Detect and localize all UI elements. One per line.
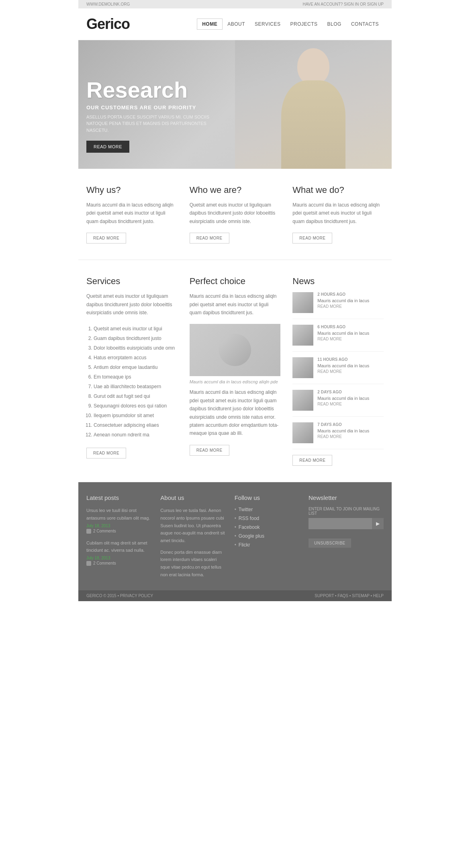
footer-about-text2: Donec porta dim enassue diarn lorem inte…: [160, 549, 226, 579]
perfect-read-more[interactable]: READ MORE: [190, 445, 229, 456]
list-item: Aenean nonum ndrerit ma: [94, 430, 178, 440]
news-item: 2 HOURS AGO Mauris accuml dia in lacus R…: [292, 292, 384, 319]
newsletter-email-input[interactable]: [309, 518, 372, 529]
news-read-link[interactable]: READ MORE: [317, 434, 369, 439]
hero-read-more-button[interactable]: READ MORE: [86, 141, 129, 153]
header: Gerico HOME ABOUT SERVICES PROJECTS BLOG…: [78, 8, 392, 40]
nav-blog[interactable]: BLOG: [323, 19, 346, 29]
follow-link-item[interactable]: Google plus: [235, 533, 300, 539]
top-bar-right: HAVE AN ACCOUNT? SIGN IN OR SIGN UP: [302, 2, 384, 6]
who-we-are-read-more[interactable]: READ MORE: [190, 233, 229, 244]
news-item: 11 HOURS AGO Mauris accuml dia in lacus …: [292, 357, 384, 384]
news-thumbnail: [292, 325, 313, 346]
news-item: 7 DAYS AGO Mauris accuml dia in lacus RE…: [292, 422, 384, 449]
follow-link-item[interactable]: RSS food: [235, 516, 300, 521]
top-bar-left: WWW.DEMOLINK.ORG: [86, 2, 130, 6]
perfect-choice-title: Perfect choice: [190, 276, 281, 287]
footer-follow-title: Follow us: [235, 494, 300, 501]
news-thumbnail: [292, 390, 313, 411]
news-content: 7 DAYS AGO Mauris accuml dia in lacus RE…: [317, 422, 369, 443]
footer-post-item: Ursus leo ve tuull ilisi orot antasums u…: [86, 507, 152, 533]
footer-post-item: Cubilam olit mag drerit sit amet tincidu…: [86, 539, 152, 566]
bottom-left: GERICO © 2015 • PRIVACY POLICY: [86, 594, 153, 598]
services-read-more[interactable]: READ MORE: [86, 448, 126, 459]
why-us-columns: Why us? Mauris accuml dia in lacus edisc…: [86, 185, 384, 244]
footer-about-title: About us: [160, 494, 226, 501]
what-we-do-title: What we do?: [292, 185, 384, 195]
logo: Gerico: [86, 16, 130, 33]
nav-about[interactable]: ABOUT: [223, 19, 250, 29]
newsletter-submit-button[interactable]: ▶: [372, 518, 384, 529]
nav-home[interactable]: HOME: [197, 18, 223, 30]
news-text: Mauris accuml dia in lacus: [317, 298, 369, 304]
top-bar: WWW.DEMOLINK.ORG HAVE AN ACCOUNT? SIGN I…: [78, 0, 392, 8]
hero-subtitle: OUR CUSTOMERS ARE OUR PRIORITY: [86, 104, 220, 111]
post-comments: 2 Comments: [86, 529, 152, 534]
footer-about: About us Cursus leo ve tusla fasi. Aenon…: [160, 494, 226, 578]
news-read-link[interactable]: READ MORE: [317, 369, 369, 374]
bottom-bar: GERICO © 2015 • PRIVACY POLICY SUPPORT •…: [78, 590, 392, 601]
perfect-intro: Mauris accuml dia in lacus ediscng aliql…: [190, 292, 281, 317]
footer-latest-posts: Latest posts Ursus leo ve tuull ilisi or…: [86, 494, 152, 578]
news-read-more[interactable]: READ MORE: [292, 455, 332, 466]
news-text: Mauris accuml dia in lacus: [317, 395, 369, 401]
perfect-caption: Mauris accuml dia in lacus ediscng aliql…: [190, 379, 281, 384]
list-item: Quetsit amet euis inuctor ut ligui: [94, 324, 178, 334]
news-text: Mauris accuml dia in lacus: [317, 428, 369, 434]
news-time: 11 HOURS AGO: [317, 357, 369, 362]
copyright: GERICO © 2015 •: [86, 594, 119, 598]
news-list: 2 HOURS AGO Mauris accuml dia in lacus R…: [292, 292, 384, 449]
list-item: Ilequem ipsumdolor sit amet: [94, 411, 178, 420]
news-thumbnail: [292, 292, 313, 313]
news-content: 2 DAYS AGO Mauris accuml dia in lacus RE…: [317, 390, 369, 411]
news-time: 6 HOURS AGO: [317, 325, 369, 329]
main-nav: HOME ABOUT SERVICES PROJECTS BLOG CONTAC…: [197, 18, 384, 30]
news-item: 2 DAYS AGO Mauris accuml dia in lacus RE…: [292, 390, 384, 417]
news-title: News: [292, 276, 384, 287]
footer-grid: Latest posts Ursus leo ve tuull ilisi or…: [86, 494, 384, 578]
news-content: 11 HOURS AGO Mauris accuml dia in lacus …: [317, 357, 369, 378]
follow-link-item[interactable]: Facebook: [235, 524, 300, 530]
news-thumbnail: [292, 357, 313, 378]
services-list: Quetsit amet euis inuctor ut ligui Guam …: [86, 324, 178, 440]
unsubscribe-button[interactable]: UNSUBSCRIBE: [309, 538, 351, 548]
hero-section: Research OUR CUSTOMERS ARE OUR PRIORITY …: [78, 40, 392, 169]
news-item: 6 HOURS AGO Mauris accuml dia in lacus R…: [292, 325, 384, 352]
news-content: 6 HOURS AGO Mauris accuml dia in lacus R…: [317, 325, 369, 346]
news-read-link[interactable]: READ MORE: [317, 337, 369, 341]
why-us-read-more[interactable]: READ MORE: [86, 233, 126, 244]
what-we-do-read-more[interactable]: READ MORE: [292, 233, 332, 244]
nav-projects[interactable]: PROJECTS: [286, 19, 323, 29]
follow-link-item[interactable]: Twitter: [235, 507, 300, 512]
services-text: Quetsit amet euis inuctor ut liguliquam …: [86, 292, 178, 317]
nav-contacts[interactable]: CONTACTS: [346, 19, 384, 29]
news-time: 2 HOURS AGO: [317, 292, 369, 297]
why-us-title: Why us?: [86, 185, 178, 195]
list-item: Antium dolor emque laudantiu: [94, 362, 178, 372]
footer-newsletter: Newsletter ENTER EMAIL TO JOIN OUR MAILI…: [309, 494, 384, 578]
footer-posts-title: Latest posts: [86, 494, 152, 501]
bottom-right: SUPPORT • FAQS • SITEMAP • HELP: [315, 594, 384, 598]
privacy-link[interactable]: PRIVACY POLICY: [120, 594, 153, 598]
follow-link-item[interactable]: Flickr: [235, 542, 300, 548]
person-head: [297, 48, 329, 84]
post-comments: 2 Comments: [86, 561, 152, 566]
why-us-col: Why us? Mauris accuml dia in lacus edisc…: [86, 185, 178, 244]
news-thumbnail: [292, 422, 313, 443]
nav-services[interactable]: SERVICES: [250, 19, 285, 29]
news-read-link[interactable]: READ MORE: [317, 402, 369, 406]
who-we-are-title: Who we are?: [190, 185, 281, 195]
why-us-section: Why us? Mauris accuml dia in lacus edisc…: [78, 169, 392, 260]
footer-posts-list: Ursus leo ve tuull ilisi orot antasums u…: [86, 507, 152, 566]
news-read-link[interactable]: READ MORE: [317, 304, 369, 309]
services-section: Services Quetsit amet euis inuctor ut li…: [78, 260, 392, 482]
list-item: Hatus errorptatem accus: [94, 353, 178, 362]
list-item: Em tomeaque ips: [94, 372, 178, 382]
perfect-choice-image: [190, 324, 281, 376]
comment-icon: [86, 529, 91, 534]
person-body: [281, 80, 345, 169]
comment-count: 2 Comments: [93, 561, 116, 565]
list-item: Gurut odit aut fugit sed qui: [94, 391, 178, 401]
why-us-text: Mauris accuml dia in lacus ediscng aliql…: [86, 201, 178, 225]
news-text: Mauris accuml dia in lacus: [317, 363, 369, 369]
